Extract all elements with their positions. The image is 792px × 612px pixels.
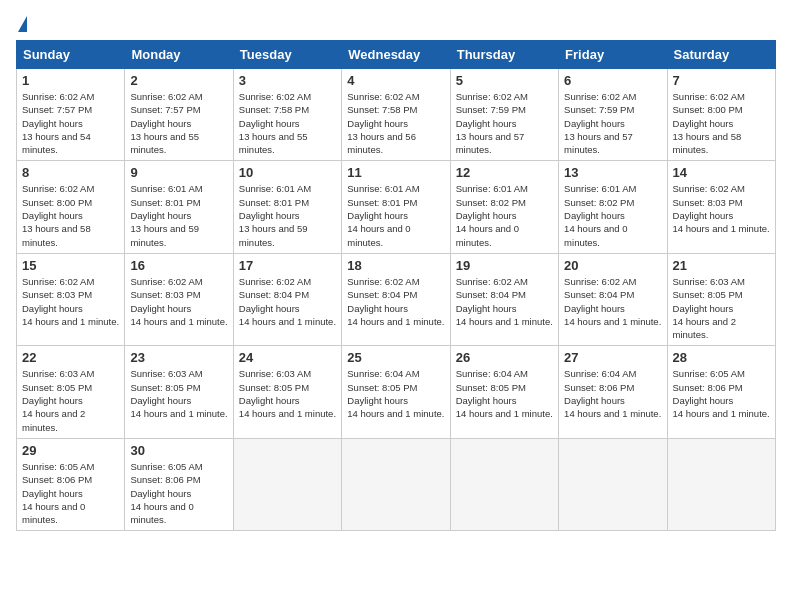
day-number: 10 — [239, 165, 336, 180]
calendar-day-cell: 28 Sunrise: 6:05 AM Sunset: 8:06 PM Dayl… — [667, 346, 775, 438]
day-number: 7 — [673, 73, 770, 88]
logo — [16, 16, 27, 32]
day-number: 4 — [347, 73, 444, 88]
day-number: 3 — [239, 73, 336, 88]
day-info: Sunrise: 6:01 AM Sunset: 8:01 PM Dayligh… — [239, 182, 336, 248]
calendar-day-cell: 12 Sunrise: 6:01 AM Sunset: 8:02 PM Dayl… — [450, 161, 558, 253]
logo-triangle-icon — [18, 16, 27, 32]
calendar-day-cell: 4 Sunrise: 6:02 AM Sunset: 7:58 PM Dayli… — [342, 69, 450, 161]
calendar-day-cell: 11 Sunrise: 6:01 AM Sunset: 8:01 PM Dayl… — [342, 161, 450, 253]
day-number: 19 — [456, 258, 553, 273]
calendar-day-cell: 3 Sunrise: 6:02 AM Sunset: 7:58 PM Dayli… — [233, 69, 341, 161]
day-info: Sunrise: 6:01 AM Sunset: 8:02 PM Dayligh… — [456, 182, 553, 248]
day-number: 11 — [347, 165, 444, 180]
calendar-day-cell — [450, 438, 558, 530]
day-number: 13 — [564, 165, 661, 180]
calendar-day-cell: 27 Sunrise: 6:04 AM Sunset: 8:06 PM Dayl… — [559, 346, 667, 438]
calendar-day-cell: 15 Sunrise: 6:02 AM Sunset: 8:03 PM Dayl… — [17, 253, 125, 345]
day-number: 26 — [456, 350, 553, 365]
calendar-day-cell: 2 Sunrise: 6:02 AM Sunset: 7:57 PM Dayli… — [125, 69, 233, 161]
day-info: Sunrise: 6:02 AM Sunset: 8:03 PM Dayligh… — [673, 182, 770, 235]
day-info: Sunrise: 6:02 AM Sunset: 8:00 PM Dayligh… — [22, 182, 119, 248]
calendar-day-cell: 21 Sunrise: 6:03 AM Sunset: 8:05 PM Dayl… — [667, 253, 775, 345]
day-info: Sunrise: 6:02 AM Sunset: 7:59 PM Dayligh… — [456, 90, 553, 156]
day-number: 12 — [456, 165, 553, 180]
calendar-day-cell: 25 Sunrise: 6:04 AM Sunset: 8:05 PM Dayl… — [342, 346, 450, 438]
day-info: Sunrise: 6:01 AM Sunset: 8:01 PM Dayligh… — [347, 182, 444, 248]
calendar-day-cell: 14 Sunrise: 6:02 AM Sunset: 8:03 PM Dayl… — [667, 161, 775, 253]
day-info: Sunrise: 6:02 AM Sunset: 8:00 PM Dayligh… — [673, 90, 770, 156]
day-info: Sunrise: 6:02 AM Sunset: 7:58 PM Dayligh… — [239, 90, 336, 156]
calendar-day-cell: 18 Sunrise: 6:02 AM Sunset: 8:04 PM Dayl… — [342, 253, 450, 345]
day-info: Sunrise: 6:03 AM Sunset: 8:05 PM Dayligh… — [130, 367, 227, 420]
calendar-day-cell: 16 Sunrise: 6:02 AM Sunset: 8:03 PM Dayl… — [125, 253, 233, 345]
day-number: 15 — [22, 258, 119, 273]
day-info: Sunrise: 6:02 AM Sunset: 7:57 PM Dayligh… — [22, 90, 119, 156]
day-number: 16 — [130, 258, 227, 273]
day-number: 18 — [347, 258, 444, 273]
day-of-week-header: Thursday — [450, 41, 558, 69]
day-number: 6 — [564, 73, 661, 88]
calendar-day-cell: 23 Sunrise: 6:03 AM Sunset: 8:05 PM Dayl… — [125, 346, 233, 438]
day-number: 20 — [564, 258, 661, 273]
day-of-week-header: Saturday — [667, 41, 775, 69]
day-number: 21 — [673, 258, 770, 273]
calendar-day-cell: 24 Sunrise: 6:03 AM Sunset: 8:05 PM Dayl… — [233, 346, 341, 438]
day-info: Sunrise: 6:02 AM Sunset: 8:04 PM Dayligh… — [456, 275, 553, 328]
page-header — [16, 16, 776, 32]
calendar-day-cell: 17 Sunrise: 6:02 AM Sunset: 8:04 PM Dayl… — [233, 253, 341, 345]
day-number: 29 — [22, 443, 119, 458]
day-info: Sunrise: 6:03 AM Sunset: 8:05 PM Dayligh… — [239, 367, 336, 420]
day-info: Sunrise: 6:01 AM Sunset: 8:01 PM Dayligh… — [130, 182, 227, 248]
calendar-day-cell — [667, 438, 775, 530]
day-info: Sunrise: 6:02 AM Sunset: 8:04 PM Dayligh… — [347, 275, 444, 328]
day-number: 8 — [22, 165, 119, 180]
calendar-day-cell: 10 Sunrise: 6:01 AM Sunset: 8:01 PM Dayl… — [233, 161, 341, 253]
calendar-day-cell: 7 Sunrise: 6:02 AM Sunset: 8:00 PM Dayli… — [667, 69, 775, 161]
calendar-day-cell: 19 Sunrise: 6:02 AM Sunset: 8:04 PM Dayl… — [450, 253, 558, 345]
calendar-day-cell — [342, 438, 450, 530]
day-number: 14 — [673, 165, 770, 180]
day-info: Sunrise: 6:03 AM Sunset: 8:05 PM Dayligh… — [673, 275, 770, 341]
calendar-day-cell: 9 Sunrise: 6:01 AM Sunset: 8:01 PM Dayli… — [125, 161, 233, 253]
calendar-day-cell: 26 Sunrise: 6:04 AM Sunset: 8:05 PM Dayl… — [450, 346, 558, 438]
calendar-day-cell: 29 Sunrise: 6:05 AM Sunset: 8:06 PM Dayl… — [17, 438, 125, 530]
day-info: Sunrise: 6:05 AM Sunset: 8:06 PM Dayligh… — [22, 460, 119, 526]
day-info: Sunrise: 6:02 AM Sunset: 8:03 PM Dayligh… — [130, 275, 227, 328]
day-of-week-header: Tuesday — [233, 41, 341, 69]
day-of-week-header: Wednesday — [342, 41, 450, 69]
calendar-day-cell: 1 Sunrise: 6:02 AM Sunset: 7:57 PM Dayli… — [17, 69, 125, 161]
day-info: Sunrise: 6:02 AM Sunset: 8:04 PM Dayligh… — [564, 275, 661, 328]
day-number: 27 — [564, 350, 661, 365]
day-info: Sunrise: 6:04 AM Sunset: 8:05 PM Dayligh… — [456, 367, 553, 420]
day-info: Sunrise: 6:04 AM Sunset: 8:06 PM Dayligh… — [564, 367, 661, 420]
day-info: Sunrise: 6:02 AM Sunset: 7:58 PM Dayligh… — [347, 90, 444, 156]
calendar-day-cell: 6 Sunrise: 6:02 AM Sunset: 7:59 PM Dayli… — [559, 69, 667, 161]
day-number: 23 — [130, 350, 227, 365]
calendar-day-cell — [233, 438, 341, 530]
day-number: 9 — [130, 165, 227, 180]
calendar-day-cell: 5 Sunrise: 6:02 AM Sunset: 7:59 PM Dayli… — [450, 69, 558, 161]
calendar-day-cell — [559, 438, 667, 530]
day-of-week-header: Sunday — [17, 41, 125, 69]
day-of-week-header: Friday — [559, 41, 667, 69]
day-info: Sunrise: 6:02 AM Sunset: 8:03 PM Dayligh… — [22, 275, 119, 328]
calendar-day-cell: 8 Sunrise: 6:02 AM Sunset: 8:00 PM Dayli… — [17, 161, 125, 253]
day-info: Sunrise: 6:05 AM Sunset: 8:06 PM Dayligh… — [673, 367, 770, 420]
day-info: Sunrise: 6:02 AM Sunset: 8:04 PM Dayligh… — [239, 275, 336, 328]
day-info: Sunrise: 6:02 AM Sunset: 7:57 PM Dayligh… — [130, 90, 227, 156]
calendar-day-cell: 20 Sunrise: 6:02 AM Sunset: 8:04 PM Dayl… — [559, 253, 667, 345]
day-number: 28 — [673, 350, 770, 365]
day-info: Sunrise: 6:04 AM Sunset: 8:05 PM Dayligh… — [347, 367, 444, 420]
calendar-day-cell: 13 Sunrise: 6:01 AM Sunset: 8:02 PM Dayl… — [559, 161, 667, 253]
calendar-day-cell: 22 Sunrise: 6:03 AM Sunset: 8:05 PM Dayl… — [17, 346, 125, 438]
day-number: 24 — [239, 350, 336, 365]
day-info: Sunrise: 6:02 AM Sunset: 7:59 PM Dayligh… — [564, 90, 661, 156]
day-number: 5 — [456, 73, 553, 88]
calendar-table: SundayMondayTuesdayWednesdayThursdayFrid… — [16, 40, 776, 531]
day-number: 1 — [22, 73, 119, 88]
day-info: Sunrise: 6:01 AM Sunset: 8:02 PM Dayligh… — [564, 182, 661, 248]
day-number: 22 — [22, 350, 119, 365]
day-number: 17 — [239, 258, 336, 273]
day-number: 2 — [130, 73, 227, 88]
